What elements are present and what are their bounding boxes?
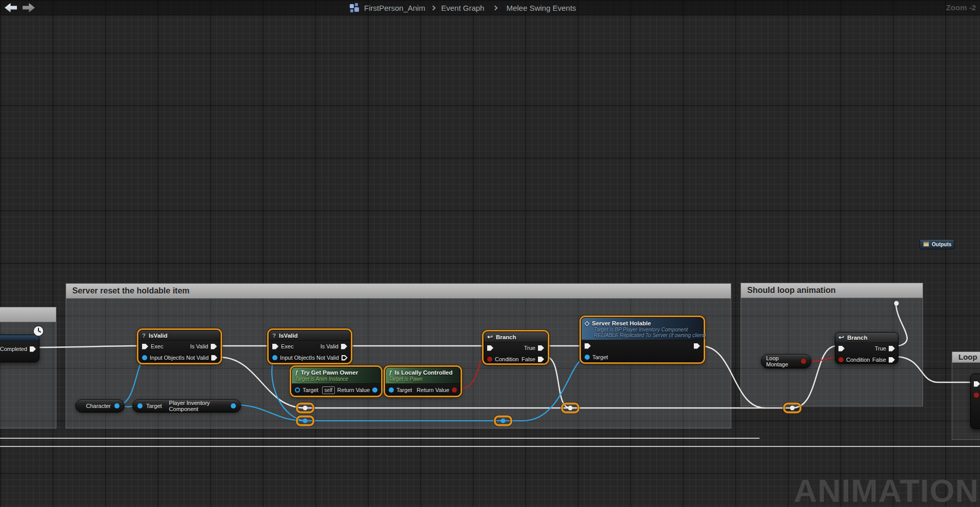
object-pin-icon[interactable] — [231, 403, 236, 408]
back-arrow-icon[interactable] — [5, 3, 17, 12]
breadcrumb-asset[interactable]: FirstPerson_Anim — [364, 4, 425, 12]
pill-label: Player Inventory Component — [169, 400, 227, 412]
exec-pin-icon[interactable] — [585, 343, 591, 349]
pin-condition[interactable]: Condition — [487, 356, 518, 362]
pin-exec-in[interactable]: Exec — [142, 343, 163, 349]
comment-title[interactable]: Loop — [952, 352, 980, 363]
reroute-node[interactable] — [303, 419, 308, 423]
node-header: ? IsValid — [139, 330, 220, 341]
node-try-get-pawn-owner[interactable]: ƒTry Get Pawn Owner Target is Anim Insta… — [291, 367, 381, 396]
pin-is-valid[interactable]: Is Valid — [321, 343, 347, 349]
comment-title[interactable] — [0, 307, 56, 322]
forward-arrow-icon[interactable] — [23, 3, 35, 12]
node-title: IsValid — [279, 333, 297, 339]
exec-pin-icon[interactable] — [211, 344, 217, 349]
pin-input-object[interactable]: Input Object — [272, 355, 310, 361]
self-value-box[interactable]: self — [322, 386, 335, 394]
node-header: ƒTry Get Pawn Owner Target is Anim Insta… — [292, 367, 381, 384]
node-title: Is Locally Controlled — [394, 369, 452, 376]
exec-pin-icon[interactable] — [487, 345, 493, 351]
pin-target[interactable]: Target — [585, 354, 608, 360]
node-character[interactable]: Character — [75, 399, 125, 413]
bool-pin-icon[interactable] — [838, 357, 844, 362]
node-server-reset-holable[interactable]: ◇Server Reset Holable Target is BP Playe… — [581, 317, 704, 362]
comment-title[interactable]: Server reset the holdable item — [66, 283, 731, 299]
comment-bottom-edge — [0, 438, 759, 439]
breadcrumb-section[interactable]: Melee Swing Events — [506, 4, 576, 12]
pin-exec-in[interactable] — [838, 346, 845, 352]
exec-pin-icon[interactable] — [538, 357, 544, 362]
pin-false[interactable]: False — [872, 357, 895, 363]
node-montage-callback[interactable]: Completed — [0, 335, 39, 362]
node-is-locally-controlled[interactable]: ƒIs Locally Controlled Target is Pawn Ta… — [385, 367, 461, 396]
pin-exec-in[interactable]: Exec — [272, 343, 293, 349]
object-pin-icon[interactable] — [142, 355, 147, 360]
node-branch-1[interactable]: ↩ Branch True Condition False — [484, 332, 548, 363]
pin-false[interactable]: False — [522, 356, 544, 362]
exec-pin-icon[interactable] — [889, 357, 895, 363]
exec-pin-icon[interactable] — [341, 344, 347, 349]
exec-pin-icon[interactable] — [211, 355, 217, 361]
pin-return-value[interactable]: Return Value — [337, 387, 377, 393]
node-loop-partial[interactable] — [970, 374, 980, 429]
pin-exec-in[interactable] — [974, 381, 980, 387]
pin-is-not-valid[interactable]: Is Not Valid — [310, 355, 347, 361]
object-pin-icon[interactable] — [272, 355, 277, 360]
node-branch-2[interactable]: ↩ Branch True Condition False — [835, 332, 898, 364]
exec-pin-icon[interactable] — [974, 381, 980, 387]
exec-pin-icon[interactable] — [142, 344, 148, 349]
reroute-node[interactable] — [790, 406, 795, 411]
reroute-node[interactable] — [303, 406, 308, 411]
object-pin-icon[interactable] — [585, 355, 590, 360]
exec-pin-icon[interactable] — [694, 343, 700, 349]
pin-target[interactable]: Target — [389, 387, 412, 393]
bool-pin-icon[interactable] — [452, 387, 457, 393]
exec-pin-icon[interactable] — [272, 344, 278, 349]
object-pin-icon[interactable] — [137, 403, 143, 408]
pin-condition[interactable] — [974, 393, 979, 398]
exec-pin-icon[interactable] — [838, 346, 845, 352]
exec-pin-icon[interactable] — [889, 346, 895, 352]
pin-return-value[interactable]: Return Value — [417, 387, 457, 393]
pin-target[interactable]: Targetself — [295, 386, 335, 394]
object-pin-icon[interactable] — [295, 387, 300, 393]
chevron-right-icon — [493, 5, 498, 10]
node-title: Server Reset Holable — [592, 320, 651, 327]
bool-pin-icon[interactable] — [487, 357, 492, 362]
pin-exec-in[interactable] — [585, 343, 591, 349]
function-icon: ƒ — [389, 369, 392, 376]
pin-completed[interactable]: Completed — [0, 346, 36, 352]
comment-left-partial[interactable] — [0, 307, 56, 428]
pin-condition[interactable]: Condition — [838, 357, 870, 363]
object-pin-icon[interactable] — [389, 387, 394, 393]
pin-exec-out[interactable] — [694, 343, 700, 349]
object-pin-icon[interactable] — [114, 403, 119, 408]
pin-is-not-valid[interactable]: Is Not Valid — [180, 355, 217, 361]
function-icon: ƒ — [295, 369, 298, 376]
outputs-button[interactable]: Outputs — [919, 239, 954, 249]
pill-label: Loop Montage — [766, 355, 797, 367]
exec-pin-icon[interactable] — [30, 346, 36, 352]
node-isvalid-2[interactable]: ? IsValid Exec Is Valid Input Object Is … — [269, 330, 351, 363]
comment-title[interactable]: Should loop animation — [741, 283, 923, 298]
node-loop-montage[interactable]: Loop Montage — [761, 354, 811, 368]
question-icon: ? — [142, 333, 146, 339]
pin-true[interactable]: True — [524, 345, 544, 351]
reroute-node[interactable] — [501, 419, 506, 423]
node-subtitle: Target is Anim Instance — [295, 376, 348, 382]
node-header: ? IsValid — [269, 330, 350, 341]
exec-pin-icon[interactable] — [342, 355, 348, 361]
exec-pin-icon[interactable] — [538, 345, 544, 351]
node-isvalid-1[interactable]: ? IsValid Exec Is Valid Input Object Is … — [138, 330, 221, 363]
breadcrumb-graph[interactable]: Event Graph — [441, 4, 484, 12]
bool-pin-icon[interactable] — [801, 359, 806, 364]
pin-exec-in[interactable] — [487, 345, 493, 351]
pin-input-object[interactable]: Input Object — [142, 355, 180, 361]
reroute-node[interactable] — [894, 301, 899, 306]
object-pin-icon[interactable] — [372, 387, 377, 393]
pin-is-valid[interactable]: Is Valid — [190, 343, 217, 349]
node-player-inventory-component[interactable]: Target Player Inventory Component — [132, 399, 241, 413]
reroute-node[interactable] — [568, 406, 573, 411]
bool-pin-icon[interactable] — [974, 393, 979, 398]
pin-true[interactable]: True — [875, 345, 895, 352]
